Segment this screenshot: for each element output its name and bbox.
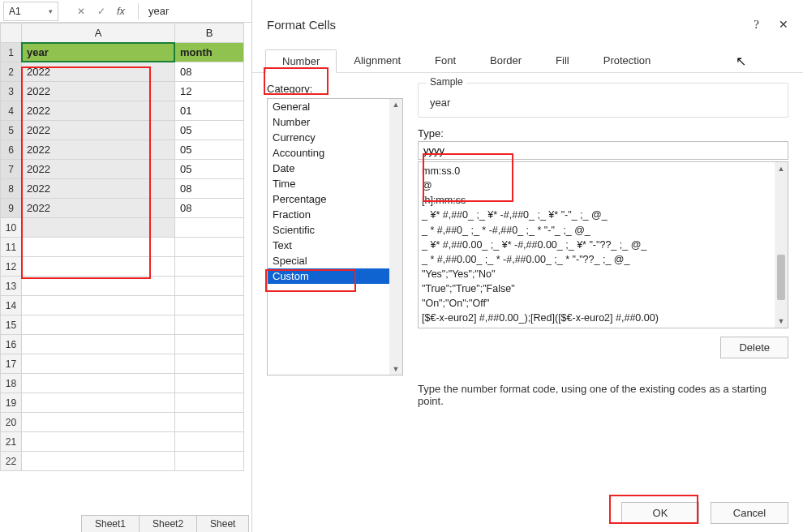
confirm-entry-icon[interactable]: ✓ — [97, 6, 105, 17]
type-item[interactable]: @ — [422, 178, 784, 193]
category-item[interactable]: Text — [268, 238, 402, 253]
type-item[interactable]: _ * #,##0.00_ ;_ * -#,##0.00_ ;_ * "-"??… — [422, 252, 784, 267]
row-header[interactable]: 7 — [1, 160, 22, 179]
row-header[interactable]: 14 — [1, 296, 22, 315]
scroll-down-icon[interactable]: ▼ — [775, 315, 788, 328]
tab-number[interactable]: Number — [265, 49, 337, 73]
row-header[interactable]: 21 — [1, 432, 22, 452]
sheet-table[interactable]: A B 1 year month 2 2022 08 3 2022 12 4 2… — [0, 23, 244, 471]
close-icon[interactable]: ✕ — [779, 18, 788, 31]
cell[interactable] — [22, 374, 175, 393]
cell[interactable] — [22, 218, 175, 238]
row-header[interactable]: 13 — [1, 277, 22, 296]
cell[interactable]: 01 — [175, 101, 244, 121]
cell[interactable]: 2022 — [22, 62, 175, 82]
scroll-down-icon[interactable]: ▼ — [393, 365, 400, 373]
scroll-up-icon[interactable]: ▲ — [393, 101, 400, 109]
type-item[interactable]: mmmm — [422, 325, 784, 328]
category-item[interactable]: General — [268, 99, 402, 114]
cell[interactable] — [175, 413, 244, 432]
cell[interactable] — [175, 335, 244, 354]
row-header[interactable]: 2 — [1, 62, 22, 82]
tab-border[interactable]: Border — [473, 49, 539, 72]
type-item[interactable]: "True";"True";"False" — [422, 281, 784, 296]
row-header[interactable]: 15 — [1, 315, 22, 335]
tab-font[interactable]: Font — [418, 49, 473, 72]
sheet-tab[interactable]: Sheet1 — [81, 515, 140, 532]
row-header[interactable]: 16 — [1, 335, 22, 354]
scrollbar[interactable]: ▲▼ — [389, 99, 402, 375]
row-header[interactable]: 3 — [1, 82, 22, 101]
cell[interactable] — [175, 452, 244, 471]
row-header[interactable]: 5 — [1, 121, 22, 140]
row-header[interactable]: 9 — [1, 199, 22, 218]
cell[interactable] — [175, 315, 244, 335]
cell[interactable]: 2022 — [22, 101, 175, 121]
row-header[interactable]: 11 — [1, 238, 22, 257]
cell[interactable] — [22, 393, 175, 413]
cell[interactable] — [175, 218, 244, 238]
help-icon[interactable]: ? — [754, 18, 759, 32]
cell[interactable] — [22, 315, 175, 335]
cell[interactable] — [175, 296, 244, 315]
row-header[interactable]: 6 — [1, 140, 22, 160]
cell[interactable]: 05 — [175, 121, 244, 140]
type-item[interactable]: [$€-x-euro2] #,##0.00_);[Red]([$€-x-euro… — [422, 311, 784, 325]
cell[interactable] — [175, 257, 244, 277]
cell[interactable] — [22, 238, 175, 257]
cell[interactable]: 08 — [175, 199, 244, 218]
category-item[interactable]: Currency — [268, 130, 402, 145]
row-header[interactable]: 17 — [1, 354, 22, 374]
fx-icon[interactable]: fx — [117, 5, 125, 17]
sheet-tab[interactable]: Sheet — [196, 515, 249, 532]
cell[interactable] — [22, 277, 175, 296]
cancel-button[interactable]: Cancel — [711, 502, 788, 524]
category-item[interactable]: Date — [268, 161, 402, 176]
ok-button[interactable]: OK — [621, 502, 699, 524]
row-header[interactable]: 19 — [1, 393, 22, 413]
scroll-up-icon[interactable]: ▲ — [775, 162, 788, 175]
scroll-thumb[interactable] — [777, 255, 785, 300]
cell[interactable]: month — [175, 43, 244, 62]
tab-alignment[interactable]: Alignment — [337, 49, 418, 72]
row-header[interactable]: 20 — [1, 413, 22, 432]
row-header[interactable]: 1 — [1, 43, 22, 62]
type-item[interactable]: _ ¥* #,##0_ ;_ ¥* -#,##0_ ;_ ¥* "-"_ ;_ … — [422, 208, 784, 222]
cell[interactable] — [22, 413, 175, 432]
type-input[interactable] — [418, 141, 788, 160]
cell[interactable] — [175, 277, 244, 296]
col-header-B[interactable]: B — [175, 24, 244, 43]
row-header[interactable]: 4 — [1, 101, 22, 121]
type-item[interactable]: _ ¥* #,##0.00_ ;_ ¥* -#,##0.00_ ;_ ¥* "-… — [422, 238, 784, 252]
cell[interactable] — [175, 432, 244, 452]
cell[interactable] — [22, 452, 175, 471]
row-header[interactable]: 10 — [1, 218, 22, 238]
type-item[interactable]: [h]:mm:ss — [422, 193, 784, 208]
cell[interactable] — [175, 354, 244, 374]
type-listbox[interactable]: mm:ss.0 @ [h]:mm:ss _ ¥* #,##0_ ;_ ¥* -#… — [418, 161, 788, 328]
cell[interactable] — [175, 374, 244, 393]
cell[interactable] — [22, 432, 175, 452]
tab-protection[interactable]: Protection — [586, 49, 668, 72]
cell[interactable] — [22, 354, 175, 374]
cell[interactable] — [22, 335, 175, 354]
sheet-tab[interactable]: Sheet2 — [139, 515, 197, 532]
type-item[interactable]: _ * #,##0_ ;_ * -#,##0_ ;_ * "-"_ ;_ @_ — [422, 223, 784, 238]
row-header[interactable]: 8 — [1, 179, 22, 199]
cell[interactable] — [175, 238, 244, 257]
cancel-entry-icon[interactable]: ✕ — [76, 6, 84, 17]
type-item[interactable]: "On";"On";"Off" — [422, 296, 784, 311]
name-box[interactable]: A1 ▾ — [3, 2, 58, 21]
category-listbox[interactable]: General Number Currency Accounting Date … — [267, 98, 403, 375]
row-header[interactable]: 22 — [1, 452, 22, 471]
cell[interactable]: 2022 — [22, 121, 175, 140]
row-header[interactable]: 18 — [1, 374, 22, 393]
cell[interactable]: 08 — [175, 62, 244, 82]
col-header-A[interactable]: A — [22, 24, 175, 43]
cell[interactable]: year — [22, 43, 175, 62]
category-item[interactable]: Special — [268, 253, 402, 268]
cell[interactable]: 05 — [175, 140, 244, 160]
cell[interactable] — [22, 296, 175, 315]
category-item[interactable]: Time — [268, 176, 402, 191]
type-item[interactable]: mm:ss.0 — [422, 164, 784, 178]
